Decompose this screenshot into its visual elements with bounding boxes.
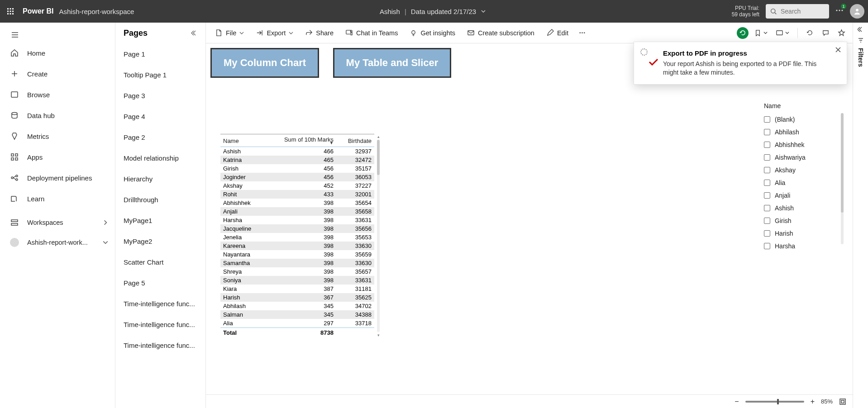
table-row[interactable]: Jacqueline39835656 [220, 224, 374, 233]
page-item[interactable]: Hierarchy [115, 168, 205, 189]
file-menu[interactable]: File [210, 25, 248, 41]
table-row[interactable]: Jenelia39835653 [220, 233, 374, 242]
checkbox-icon[interactable] [764, 129, 770, 135]
nav-data-hub[interactable]: Data hub [0, 105, 115, 126]
table-row[interactable]: Girish45635157 [220, 164, 374, 173]
table-row[interactable]: Salman34534388 [220, 310, 374, 319]
bookmark-button[interactable] [751, 29, 770, 37]
page-item[interactable]: Drillthrough [115, 189, 205, 210]
edit-button[interactable]: Edit [542, 25, 573, 41]
toast-close-button[interactable] [835, 47, 841, 53]
checkbox-icon[interactable] [764, 180, 770, 186]
zoom-slider[interactable] [745, 401, 804, 403]
report-canvas[interactable]: My Column Chart My Table and Slicer Name… [206, 43, 853, 394]
checkbox-icon[interactable] [764, 205, 770, 211]
slicer-item[interactable]: Akshay [764, 164, 836, 176]
chat-teams-button[interactable]: Chat in Teams [341, 25, 402, 41]
page-item[interactable]: MyPage1 [115, 210, 205, 231]
chevron-down-icon[interactable] [481, 9, 486, 14]
table-row[interactable]: Nayantara39835659 [220, 250, 374, 259]
page-item[interactable]: Time-intelligence func... [115, 335, 205, 356]
slicer-item[interactable]: Aishwariya [764, 151, 836, 164]
slicer-item[interactable]: Harsha [764, 240, 836, 252]
slicer-item[interactable]: Alia [764, 176, 836, 189]
table-row[interactable]: Kareena39833630 [220, 242, 374, 250]
refresh-button[interactable] [803, 29, 816, 37]
table-row[interactable]: Joginder45636053 [220, 173, 374, 181]
more-menu[interactable] [576, 25, 589, 41]
table-row[interactable]: Samantha39833630 [220, 259, 374, 267]
table-row[interactable]: Katrina46532472 [220, 156, 374, 164]
checkbox-icon[interactable] [764, 192, 770, 199]
col-name[interactable]: Name [220, 134, 264, 147]
nav-button-column-chart[interactable]: My Column Chart [210, 48, 319, 78]
nav-current-workspace[interactable]: Ashish-report-work... [0, 232, 115, 252]
page-item[interactable]: Page 3 [115, 85, 205, 106]
page-item[interactable]: Tooltip Page 1 [115, 64, 205, 85]
nav-browse[interactable]: Browse [0, 84, 115, 105]
zoom-in-button[interactable]: + [811, 398, 815, 406]
slicer-item[interactable]: (Blank) [764, 113, 836, 126]
col-birthdate[interactable]: Birthdate [336, 134, 374, 147]
slicer-item[interactable]: Anjali [764, 189, 836, 202]
nav-button-table-slicer[interactable]: My Table and Slicer [333, 48, 452, 78]
table-scrollbar[interactable]: ▴ ▾ [376, 134, 381, 337]
page-item[interactable]: Time-intelligence func... [115, 314, 205, 335]
reset-button[interactable] [737, 27, 749, 39]
table-row[interactable]: Abhilash34534702 [220, 302, 374, 310]
table-visual[interactable]: Name Sum of 10th Marks▼ Birthdate Ashish… [220, 134, 374, 337]
fit-page-icon[interactable] [839, 398, 846, 405]
create-subscription-button[interactable]: Create subscription [463, 25, 539, 41]
table-row[interactable]: Rohit43332001 [220, 190, 374, 199]
user-avatar[interactable] [850, 4, 864, 19]
get-insights-button[interactable]: Get insights [405, 25, 460, 41]
nav-create[interactable]: Create [0, 63, 115, 84]
slicer-item[interactable]: Ashish [764, 202, 836, 214]
page-item[interactable]: Scatter Chart [115, 251, 205, 272]
checkbox-icon[interactable] [764, 218, 770, 224]
checkbox-icon[interactable] [764, 230, 770, 237]
table-row[interactable]: Ashish46632937 [220, 147, 374, 156]
nav-home[interactable]: Home [0, 43, 115, 63]
search-input[interactable] [781, 8, 817, 15]
table-row[interactable]: Shreya39835657 [220, 267, 374, 276]
comment-button[interactable] [819, 29, 832, 37]
favorite-button[interactable] [835, 29, 848, 37]
nav-collapse-button[interactable] [0, 27, 115, 43]
page-item[interactable]: Page 4 [115, 106, 205, 127]
export-menu[interactable]: Export [251, 25, 298, 41]
zoom-out-button[interactable]: − [734, 398, 739, 406]
view-button[interactable] [773, 29, 792, 37]
page-item[interactable]: MyPage2 [115, 231, 205, 251]
slicer-item[interactable]: Abhishhek [764, 138, 836, 151]
share-button[interactable]: Share [300, 25, 338, 41]
checkbox-icon[interactable] [764, 116, 770, 123]
slicer-visual[interactable]: Name (Blank)AbhilashAbhishhekAishwariyaA… [764, 102, 836, 252]
app-launcher-icon[interactable] [4, 5, 17, 18]
data-updated-label[interactable]: Data updated 2/17/23 [411, 8, 476, 15]
checkbox-icon[interactable] [764, 243, 770, 249]
page-item[interactable]: Time-intelligence func... [115, 293, 205, 314]
report-name[interactable]: Ashish [380, 8, 400, 15]
nav-workspaces[interactable]: Workspaces [0, 213, 115, 232]
nav-apps[interactable]: Apps [0, 147, 115, 167]
table-row[interactable]: Alia29733718 [220, 319, 374, 328]
table-row[interactable]: Kiara38731181 [220, 285, 374, 293]
workspace-name[interactable]: Ashish-report-workspace [59, 8, 134, 15]
col-sum[interactable]: Sum of 10th Marks▼ [264, 134, 336, 147]
slicer-item[interactable]: Girish [764, 214, 836, 227]
table-row[interactable]: Anjali39835658 [220, 207, 374, 216]
nav-pipelines[interactable]: Deployment pipelines [0, 167, 115, 188]
nav-metrics[interactable]: Metrics [0, 126, 115, 147]
slicer-scrollbar[interactable] [841, 113, 844, 244]
nav-learn[interactable]: Learn [0, 188, 115, 209]
collapse-pages-icon[interactable] [191, 29, 198, 37]
checkbox-icon[interactable] [764, 154, 770, 161]
table-row[interactable]: Akshay45237227 [220, 181, 374, 190]
table-row[interactable]: Harish36735625 [220, 293, 374, 302]
table-row[interactable]: Soniya39833631 [220, 276, 374, 285]
trial-info[interactable]: PPU Trial: 59 days left [732, 5, 759, 18]
page-item[interactable]: Page 2 [115, 127, 205, 147]
slicer-item[interactable]: Harish [764, 227, 836, 240]
checkbox-icon[interactable] [764, 167, 770, 173]
